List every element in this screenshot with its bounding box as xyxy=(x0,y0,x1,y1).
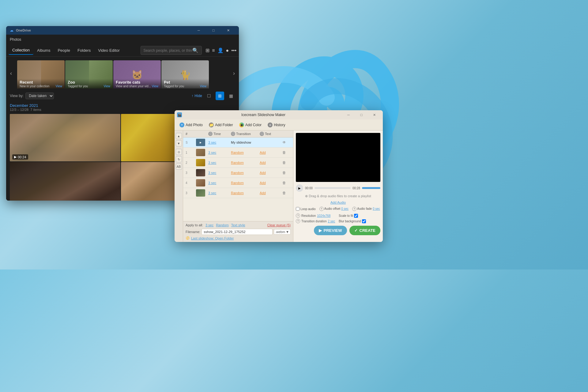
row-s-time[interactable]: 3 sec xyxy=(208,141,230,144)
view-grid-icon[interactable]: ⊞ xyxy=(216,92,224,100)
row-2-transition[interactable]: Random xyxy=(231,161,258,164)
album-zoo[interactable]: Zoo Tagged for you View xyxy=(65,60,113,89)
ss-row-2[interactable]: 2 3 sec Random Add 🗑 xyxy=(183,158,293,168)
row-3b-delete-icon[interactable]: 🗑 xyxy=(282,191,292,195)
photo-1[interactable]: ▶ 00:24 xyxy=(10,114,120,161)
minimize-button[interactable]: ─ xyxy=(192,26,206,35)
album-favorite-cats[interactable]: 🐱 Favorite cats View and share your vid.… xyxy=(113,60,161,89)
row-1-time[interactable]: 3 sec xyxy=(208,151,230,154)
row-4-delete-icon[interactable]: 🗑 xyxy=(282,181,292,185)
row-3b-time[interactable]: 3 sec xyxy=(208,191,230,195)
view-by-select[interactable]: Date taken xyxy=(25,92,54,99)
album-pet-view[interactable]: View xyxy=(200,85,207,88)
row-4-transition[interactable]: Random xyxy=(231,181,258,185)
clear-queue-button[interactable]: Clear queue (5) xyxy=(267,223,291,227)
preview-button[interactable]: ▶ PREVIEW xyxy=(314,226,347,235)
view-list-icon[interactable]: ▦ xyxy=(227,92,235,100)
row-s-thumb: ▶ xyxy=(196,139,205,146)
blur-checkbox[interactable] xyxy=(362,219,366,223)
album-strip: Recent New in your collection View Zoo xyxy=(15,58,230,89)
history-button[interactable]: ≡ History xyxy=(265,121,288,129)
row-3-delete-icon[interactable]: 🗑 xyxy=(282,171,292,175)
hide-button[interactable]: ↑ Hide xyxy=(191,94,202,98)
apply-transition[interactable]: Random xyxy=(216,223,229,227)
row-1-transition[interactable]: Random xyxy=(231,151,258,154)
ss-row-3b[interactable]: 3 3 sec Random Add 🗑 xyxy=(183,188,293,198)
nav-down-button[interactable]: ▼ xyxy=(176,140,182,146)
play-button[interactable]: ▶ xyxy=(296,184,303,192)
ss-row-3[interactable]: 3 3 sec Random Add 🗑 xyxy=(183,168,293,178)
more-icon[interactable]: ••• xyxy=(231,48,236,53)
apply-text-style[interactable]: Text style xyxy=(231,223,245,227)
album-next-arrow[interactable]: › xyxy=(230,69,238,78)
row-2-thumb xyxy=(196,159,205,166)
row-2-time[interactable]: 3 sec xyxy=(208,161,230,164)
ss-minimize-button[interactable]: ─ xyxy=(342,111,355,119)
row-1-text-add[interactable]: Add xyxy=(260,151,281,154)
people-icon[interactable]: 👤 xyxy=(217,47,224,53)
sync-icon[interactable]: ⊞ xyxy=(205,47,209,53)
maximize-button[interactable]: □ xyxy=(206,26,221,35)
ss-win-controls: ─ □ ✕ xyxy=(342,111,380,119)
nav-loop-button[interactable]: ↻ xyxy=(176,156,182,162)
nav-collection[interactable]: Collection xyxy=(9,46,33,55)
nav-up-button[interactable]: ▲ xyxy=(176,133,182,139)
row-4-time[interactable]: 3 sec xyxy=(208,181,230,185)
search-input[interactable] xyxy=(143,48,192,53)
loop-audio-checkbox[interactable] xyxy=(296,207,300,211)
ext-select[interactable]: .webm ▼ xyxy=(274,229,291,235)
volume-bar[interactable] xyxy=(362,187,380,189)
nav-albums[interactable]: Albums xyxy=(33,46,54,55)
row-3b-text-add[interactable]: Add xyxy=(260,191,281,195)
account-icon[interactable]: ● xyxy=(226,48,229,53)
audio-fade-item: ? Audio fade 0 sec xyxy=(352,207,380,211)
scale-checkbox[interactable] xyxy=(354,214,358,218)
nav-video-editor[interactable]: Video Editor xyxy=(94,46,123,55)
album-cats-view[interactable]: View xyxy=(152,85,159,88)
row-3-transition[interactable]: Random xyxy=(231,171,258,175)
ss-close-button[interactable]: ✕ xyxy=(368,111,380,119)
ss-row-s[interactable]: S ▶ 3 sec My slideshow 👁 xyxy=(183,138,293,148)
audio-offset-val[interactable]: 0 sec xyxy=(341,207,349,210)
album-recent[interactable]: Recent New in your collection View xyxy=(17,60,65,89)
onedrive-label: OneDrive xyxy=(16,28,31,32)
transition-duration-val[interactable]: 2 sec xyxy=(328,220,335,223)
filter-icon[interactable]: ≡ xyxy=(212,48,215,53)
nav-people[interactable]: People xyxy=(54,46,74,55)
ss-row-4[interactable]: 4 3 sec Random Add 🗑 xyxy=(183,178,293,188)
add-audio-link[interactable]: Add Audio xyxy=(330,201,346,204)
add-color-button[interactable]: ◉ Add Color xyxy=(237,121,264,129)
row-3-text-add[interactable]: Add xyxy=(260,171,281,175)
album-prev-arrow[interactable]: ‹ xyxy=(7,69,15,78)
view-single-icon[interactable]: ☐ xyxy=(205,92,213,100)
ss-row-1[interactable]: 1 3 sec Random Add 🗑 xyxy=(183,148,293,158)
add-folder-button[interactable]: 📁 Add Folder xyxy=(206,121,236,129)
photo-3[interactable] xyxy=(10,162,120,201)
row-s-eye-icon[interactable]: 👁 xyxy=(282,140,292,145)
row-3b-transition[interactable]: Random xyxy=(231,191,258,195)
apply-time[interactable]: 3 sec xyxy=(205,223,213,227)
filename-input[interactable] xyxy=(202,229,272,235)
nav-text-button[interactable]: AB xyxy=(176,164,182,170)
album-pet[interactable]: 🐈 Pet Tagged for you View xyxy=(161,60,209,89)
last-slideshow-link[interactable]: Last slideshow: Open Folder xyxy=(191,236,234,240)
album-zoo-view[interactable]: View xyxy=(104,85,111,88)
add-photo-button[interactable]: + Add Photo xyxy=(177,121,205,129)
album-recent-sub: New in your collection View xyxy=(20,85,62,88)
nav-copy-button[interactable]: ⊙ xyxy=(176,149,182,155)
album-recent-view[interactable]: View xyxy=(56,85,62,88)
row-2-delete-icon[interactable]: 🗑 xyxy=(282,160,292,165)
row-4-text-add[interactable]: Add xyxy=(260,181,281,185)
row-1-delete-icon[interactable]: 🗑 xyxy=(282,150,292,155)
nav-folders[interactable]: Folders xyxy=(74,46,94,55)
audio-fade-val[interactable]: 0 sec xyxy=(373,207,380,210)
close-button[interactable]: ✕ xyxy=(221,26,235,35)
resolution-val[interactable]: 1024x768 xyxy=(317,214,330,217)
create-button[interactable]: ✓ CREATE xyxy=(349,226,380,235)
row-2-text-add[interactable]: Add xyxy=(260,161,281,164)
row-3-time[interactable]: 3 sec xyxy=(208,171,230,175)
ss-maximize-button[interactable]: □ xyxy=(355,111,368,119)
row-3b-num: 3 xyxy=(186,191,195,195)
progress-bar[interactable] xyxy=(315,187,351,189)
add-color-icon: ◉ xyxy=(239,123,244,127)
